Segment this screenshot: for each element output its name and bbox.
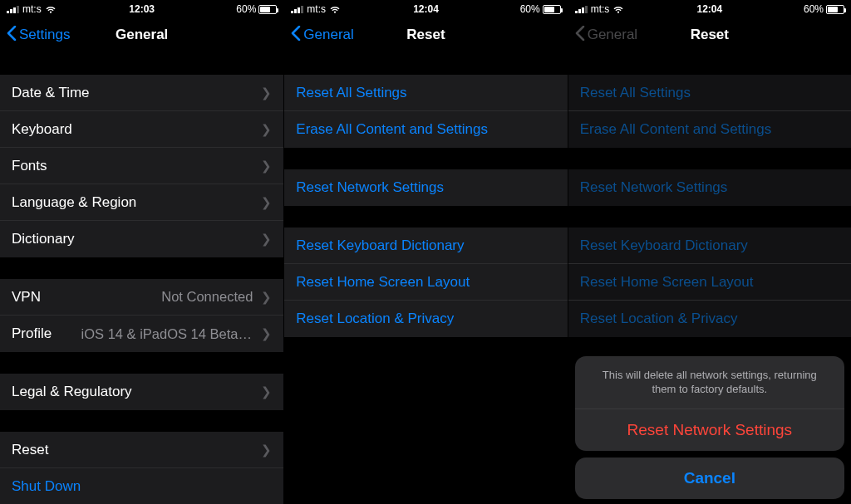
cell-language-region[interactable]: Language & Region ❯ bbox=[0, 184, 283, 221]
pane-general: mt:s 12:03 60% Settings General bbox=[0, 0, 283, 504]
group-reset-other: Reset Keyboard Dictionary Reset Home Scr… bbox=[568, 228, 851, 337]
chevron-right-icon: ❯ bbox=[261, 195, 272, 210]
battery-icon bbox=[826, 5, 844, 14]
chevron-right-icon: ❯ bbox=[261, 290, 272, 305]
signal-bars-icon bbox=[7, 5, 19, 13]
group-reset-other: Reset Keyboard Dictionary Reset Home Scr… bbox=[284, 228, 567, 337]
group-reset-main: Reset All Settings Erase All Content and… bbox=[284, 75, 567, 148]
status-bar: mt:s 12:04 60% bbox=[284, 0, 567, 17]
chevron-left-icon bbox=[7, 26, 17, 45]
sheet-cancel-button[interactable]: Cancel bbox=[575, 458, 844, 499]
carrier-label: mt:s bbox=[591, 3, 610, 15]
carrier-label: mt:s bbox=[307, 3, 326, 15]
battery-icon bbox=[258, 5, 277, 14]
battery-pct: 60% bbox=[236, 3, 256, 15]
profile-detail: iOS 14 & iPadOS 14 Beta Softwar... bbox=[81, 326, 253, 342]
reset-home-screen-layout[interactable]: Reset Home Screen Layout bbox=[568, 264, 851, 301]
chevron-right-icon: ❯ bbox=[261, 122, 272, 137]
chevron-left-icon bbox=[291, 26, 301, 45]
sheet-destructive-button[interactable]: Reset Network Settings bbox=[575, 409, 844, 451]
group-network-profile: VPN Not Connected ❯ Profile iOS 14 & iPa… bbox=[0, 279, 283, 352]
back-button[interactable]: Settings bbox=[7, 26, 70, 45]
action-sheet: This will delete all network settings, r… bbox=[568, 356, 851, 499]
erase-all-content[interactable]: Erase All Content and Settings bbox=[284, 111, 567, 148]
reset-location-privacy[interactable]: Reset Location & Privacy bbox=[284, 301, 567, 337]
reset-network-settings[interactable]: Reset Network Settings bbox=[284, 169, 567, 206]
pane-reset: mt:s 12:04 60% General Reset bbox=[283, 0, 567, 504]
back-label: General bbox=[303, 27, 353, 43]
vpn-status: Not Connected bbox=[161, 289, 253, 305]
cell-vpn[interactable]: VPN Not Connected ❯ bbox=[0, 279, 283, 316]
group-reset-network: Reset Network Settings bbox=[568, 169, 851, 206]
cell-dictionary[interactable]: Dictionary ❯ bbox=[0, 221, 283, 257]
group-reset-main: Reset All Settings Erase All Content and… bbox=[568, 75, 851, 148]
cell-fonts[interactable]: Fonts ❯ bbox=[0, 148, 283, 184]
pane-reset-confirm: mt:s 12:04 60% General Reset bbox=[568, 0, 851, 504]
back-label: Settings bbox=[19, 27, 70, 43]
battery-pct: 60% bbox=[804, 3, 824, 15]
group-reset-network: Reset Network Settings bbox=[284, 169, 567, 206]
wifi-icon bbox=[329, 5, 341, 13]
reset-keyboard-dictionary[interactable]: Reset Keyboard Dictionary bbox=[568, 228, 851, 264]
wifi-icon bbox=[45, 5, 57, 13]
chevron-right-icon: ❯ bbox=[261, 159, 272, 174]
cell-shut-down[interactable]: Shut Down bbox=[0, 468, 283, 504]
carrier-label: mt:s bbox=[22, 3, 42, 15]
nav-bar: Settings General bbox=[0, 17, 283, 53]
status-bar: mt:s 12:03 60% bbox=[0, 0, 283, 17]
reset-home-screen-layout[interactable]: Reset Home Screen Layout bbox=[284, 264, 567, 301]
sheet-message: This will delete all network settings, r… bbox=[575, 356, 844, 409]
chevron-left-icon bbox=[575, 26, 585, 45]
chevron-right-icon: ❯ bbox=[261, 443, 272, 458]
back-button[interactable]: General bbox=[291, 26, 353, 45]
signal-bars-icon bbox=[575, 5, 588, 13]
nav-bar: General Reset bbox=[568, 17, 851, 53]
battery-pct: 60% bbox=[520, 3, 540, 15]
cell-keyboard[interactable]: Keyboard ❯ bbox=[0, 111, 283, 148]
erase-all-content[interactable]: Erase All Content and Settings bbox=[568, 111, 851, 148]
reset-all-settings[interactable]: Reset All Settings bbox=[568, 75, 851, 111]
group-legal: Legal & Regulatory ❯ bbox=[0, 374, 283, 410]
chevron-right-icon: ❯ bbox=[261, 326, 272, 341]
status-bar: mt:s 12:04 60% bbox=[568, 0, 851, 17]
chevron-right-icon: ❯ bbox=[261, 232, 272, 247]
reset-all-settings[interactable]: Reset All Settings bbox=[284, 75, 567, 111]
signal-bars-icon bbox=[291, 5, 303, 13]
nav-title: Reset bbox=[691, 27, 729, 43]
back-label: General bbox=[588, 27, 637, 43]
reset-location-privacy[interactable]: Reset Location & Privacy bbox=[568, 301, 851, 337]
cell-legal[interactable]: Legal & Regulatory ❯ bbox=[0, 374, 283, 410]
nav-title: General bbox=[116, 27, 168, 43]
cell-reset[interactable]: Reset ❯ bbox=[0, 432, 283, 468]
cell-date-time[interactable]: Date & Time ❯ bbox=[0, 75, 283, 111]
cell-profile[interactable]: Profile iOS 14 & iPadOS 14 Beta Softwar.… bbox=[0, 316, 283, 352]
reset-network-settings[interactable]: Reset Network Settings bbox=[568, 169, 851, 206]
reset-keyboard-dictionary[interactable]: Reset Keyboard Dictionary bbox=[284, 228, 567, 264]
battery-icon bbox=[543, 5, 561, 14]
nav-title: Reset bbox=[406, 27, 445, 43]
wifi-icon bbox=[612, 5, 624, 13]
chevron-right-icon: ❯ bbox=[261, 86, 272, 100]
back-button[interactable]: General bbox=[575, 26, 637, 45]
group-reset-shutdown: Reset ❯ Shut Down bbox=[0, 432, 283, 504]
nav-bar: General Reset bbox=[284, 17, 567, 53]
chevron-right-icon: ❯ bbox=[261, 384, 272, 399]
group-system-prefs: Date & Time ❯ Keyboard ❯ Fonts ❯ Languag… bbox=[0, 75, 283, 257]
